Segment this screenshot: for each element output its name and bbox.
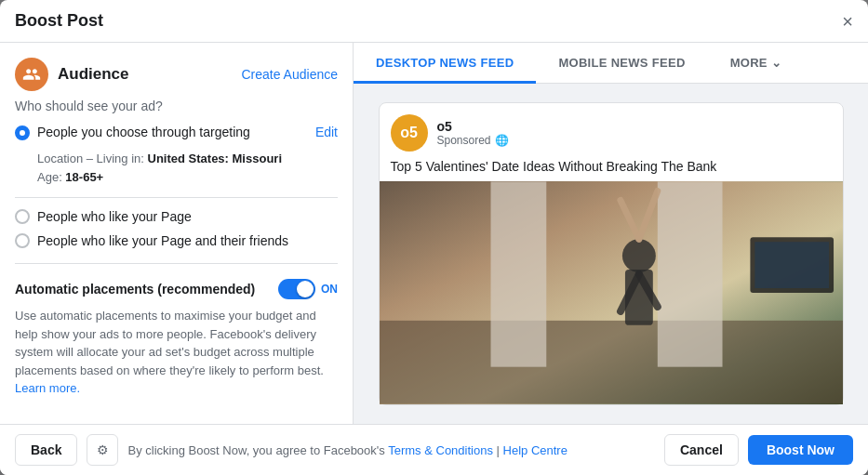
modal-title: Boost Post	[15, 11, 103, 31]
post-header: o5 o5 Sponsored 🌐	[380, 103, 843, 159]
learn-more-link[interactable]: Learn more.	[15, 381, 80, 395]
svg-point-4	[621, 239, 655, 272]
option-page-likes-label: People who like your Page	[37, 209, 192, 224]
footer-separator: |	[497, 443, 503, 457]
post-image	[380, 181, 843, 404]
location-value: United States: Missouri	[148, 152, 282, 165]
left-panel: Audience Create Audience Who should see …	[0, 43, 354, 424]
audience-title-wrap: Audience	[15, 58, 129, 91]
edit-link[interactable]: Edit	[315, 125, 338, 139]
radio-empty-page-friends	[15, 233, 30, 248]
who-label: Who should see your ad?	[15, 99, 338, 113]
back-button[interactable]: Back	[15, 434, 77, 466]
divider-1	[15, 197, 338, 198]
location-detail: Location – Living in: United States: Mis…	[37, 150, 338, 168]
post-title: Top 5 Valentines' Date Ideas Without Bre…	[380, 159, 843, 181]
placements-section: Automatic placements (recommended) ON Us…	[15, 263, 338, 398]
placements-header: Automatic placements (recommended) ON	[15, 279, 338, 299]
left-content: Who should see your ad? People you choos…	[0, 99, 353, 413]
settings-icon-button[interactable]: ⚙	[87, 434, 118, 466]
age-value: 18-65+	[65, 170, 103, 184]
terms-link[interactable]: Terms & Conditions	[388, 443, 493, 457]
post-card: o5 o5 Sponsored 🌐 Top 5 Valentines' Date…	[379, 102, 844, 405]
placements-title: Automatic placements (recommended)	[15, 282, 255, 297]
chevron-down-icon: ⌄	[771, 56, 781, 70]
tabs: DESKTOP NEWS FEED MOBILE NEWS FEED MORE …	[354, 43, 868, 84]
svg-rect-1	[380, 321, 843, 404]
footer-text: By clicking Boost Now, you agree to Face…	[127, 443, 655, 457]
boost-now-button[interactable]: Boost Now	[748, 435, 853, 465]
close-icon[interactable]: ×	[842, 12, 853, 31]
placements-toggle[interactable]	[278, 279, 315, 299]
tab-desktop[interactable]: DESKTOP NEWS FEED	[354, 43, 536, 83]
globe-icon: 🌐	[495, 134, 509, 147]
option-page-likes[interactable]: People who like your Page	[15, 209, 338, 224]
people-icon	[22, 65, 41, 84]
modal-footer: Back ⚙ By clicking Boost Now, you agree …	[0, 424, 868, 475]
targeting-details: Location – Living in: United States: Mis…	[37, 150, 338, 186]
tab-more[interactable]: MORE ⌄	[708, 43, 805, 83]
radio-empty-page-likes	[15, 209, 30, 224]
create-audience-link[interactable]: Create Audience	[241, 67, 338, 82]
boost-post-modal: Boost Post × Audience Create Audienc	[0, 0, 868, 475]
post-page-name: o5	[437, 119, 509, 134]
right-panel: DESKTOP NEWS FEED MOBILE NEWS FEED MORE …	[354, 43, 868, 424]
svg-rect-11	[754, 242, 829, 288]
post-image-svg	[380, 181, 843, 404]
option-targeting-label: People you choose through targeting	[37, 125, 250, 139]
post-avatar: o5	[391, 114, 428, 152]
audience-header: Audience Create Audience	[0, 43, 353, 99]
svg-rect-3	[657, 181, 722, 366]
post-sponsored: Sponsored 🌐	[437, 134, 509, 147]
toggle-label: ON	[321, 283, 338, 296]
age-detail: Age: 18-65+	[37, 168, 338, 187]
audience-title: Audience	[58, 65, 129, 84]
placements-description: Use automatic placements to maximise you…	[15, 307, 338, 398]
option-page-friends[interactable]: People who like your Page and their frie…	[15, 233, 338, 248]
toggle-knob	[297, 281, 314, 297]
radio-dot-targeting	[15, 125, 30, 140]
modal-body: Audience Create Audience Who should see …	[0, 43, 868, 424]
gear-icon: ⚙	[97, 442, 109, 457]
option-page-friends-label: People who like your Page and their frie…	[37, 233, 288, 248]
modal-header: Boost Post ×	[0, 0, 868, 43]
audience-icon	[15, 58, 48, 91]
post-meta: o5 Sponsored 🌐	[437, 119, 509, 147]
svg-rect-2	[490, 181, 546, 366]
option-targeting[interactable]: People you choose through targeting Edit	[15, 125, 338, 140]
preview-area: o5 o5 Sponsored 🌐 Top 5 Valentines' Date…	[354, 84, 868, 424]
tab-mobile[interactable]: MOBILE NEWS FEED	[536, 43, 707, 83]
cancel-button[interactable]: Cancel	[664, 434, 739, 466]
help-centre-link[interactable]: Help Centre	[503, 443, 568, 457]
toggle-wrap: ON	[278, 279, 338, 299]
